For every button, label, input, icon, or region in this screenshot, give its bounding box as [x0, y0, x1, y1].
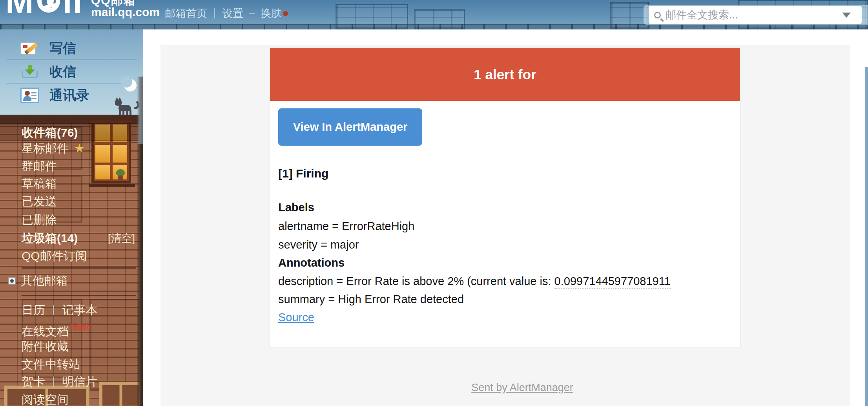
penguin-logo-icon [37, 0, 60, 13]
qqmail-logo[interactable]: M il [5, 0, 83, 18]
search-box[interactable] [648, 5, 862, 24]
reading-space-label: 阅读空间 [22, 393, 69, 406]
labels-heading: Labels [278, 199, 314, 216]
mail-content-pane: Sent by AlertManager 1 alert for View In… [143, 29, 868, 406]
sidebar-item-inbox-check[interactable]: 收信 [20, 63, 76, 80]
firing-heading: [1] Firing [278, 165, 328, 182]
sidebar-sky-background: 写信 收信 通讯录 [0, 29, 143, 115]
receive-label: 收信 [49, 63, 76, 81]
right-edge-skin-strip [865, 67, 868, 406]
sidebar-item-attachment-favorites[interactable]: 附件收藏 [22, 338, 69, 354]
empty-trash-button[interactable]: [清空] [108, 230, 135, 246]
divider [22, 295, 136, 296]
sidebar-brick-background: 收件箱(76) 星标邮件★ 群邮件 草稿箱 已发送 已删除 垃圾箱(14) [清… [0, 115, 143, 406]
annotations-heading: Annotations [278, 254, 345, 271]
sidebar-item-notebook[interactable]: 记事本 [62, 304, 97, 316]
search-input[interactable] [665, 9, 862, 22]
other-mailboxes-label: 其他邮箱 [21, 273, 68, 289]
topbar-bottom-band [0, 24, 868, 29]
nav-change-skin[interactable]: 换肤 [261, 6, 282, 20]
divider [53, 305, 54, 315]
nav-mail-home[interactable]: 邮箱首页 [165, 6, 207, 20]
trash-label: 垃圾箱(14) [22, 232, 78, 245]
sidebar-row-calendar-notes: 日历记事本 [22, 302, 97, 318]
logo-text-right: il [63, 0, 83, 18]
starred-label: 星标邮件 [22, 142, 69, 155]
top-nav: 邮箱首页 设置 换肤 [165, 6, 288, 20]
group-mail-label: 群邮件 [22, 159, 57, 172]
alert-email-card: 1 alert for View In AlertManager [1] Fir… [270, 48, 740, 348]
sidebar-item-file-transfer[interactable]: 文件中转站 [22, 357, 80, 372]
contacts-label: 通讯录 [49, 86, 89, 104]
alert-banner: 1 alert for [270, 48, 740, 101]
plus-box-icon[interactable] [8, 277, 16, 285]
sidebar-item-reading-space[interactable]: 阅读空间 [22, 392, 69, 406]
sidebar-item-deleted[interactable]: 已删除 [0, 212, 143, 228]
sidebar-item-greeting-card[interactable]: 贺卡 [22, 375, 45, 388]
nav-dash-divider [249, 13, 255, 14]
description-value: 0.09971445977081911 [554, 275, 671, 289]
sidebar-item-calendar[interactable]: 日历 [22, 304, 45, 316]
annotation-description: description = Error Rate is above 2% (cu… [278, 272, 671, 290]
logo-text-left: M [5, 0, 35, 18]
sidebar-item-compose[interactable]: 写信 [20, 40, 76, 57]
compose-label: 写信 [49, 39, 76, 57]
search-icon [654, 12, 661, 18]
wall-panel [90, 299, 139, 390]
penguin-silhouette [47, 0, 54, 5]
search-dropdown-arrow-icon[interactable] [842, 13, 851, 18]
divider [6, 59, 137, 60]
email-footer: Sent by AlertManager [287, 382, 758, 394]
bottom-window-illustration [99, 382, 143, 406]
online-docs-label: 在线文档 [22, 325, 69, 338]
notification-dot [283, 11, 288, 16]
file-transfer-label: 文件中转站 [22, 358, 80, 371]
sidebar-item-inbox[interactable]: 收件箱(76) [0, 123, 143, 141]
annotation-summary: summary = High Error Rate detected [278, 291, 464, 308]
sidebar-item-postcard[interactable]: 明信片 [62, 375, 97, 388]
sent-by-alertmanager-link[interactable]: Sent by AlertManager [471, 382, 573, 393]
divider [53, 377, 54, 387]
top-bar: M il QQ邮箱 mail.qq.com 邮箱首页 设置 换肤 [0, 0, 868, 29]
sidebar-item-subscriptions[interactable]: QQ邮件订阅 [0, 248, 143, 264]
subscriptions-label: QQ邮件订阅 [22, 249, 87, 262]
nav-divider [214, 8, 215, 18]
attachment-favorites-label: 附件收藏 [22, 340, 69, 353]
inbox-label: 收件箱(76) [22, 126, 78, 139]
nav-settings[interactable]: 设置 [222, 6, 243, 20]
receive-icon [20, 64, 39, 80]
source-link[interactable]: Source [278, 311, 314, 324]
cat-illustration [115, 98, 140, 115]
new-badge: NEW [71, 322, 91, 332]
divider [6, 83, 137, 84]
drafts-label: 草稿箱 [22, 177, 57, 190]
divider [22, 267, 136, 269]
logo-subtext: QQ邮箱 mail.qq.com [91, 0, 160, 18]
sidebar-item-group-mail[interactable]: 群邮件 [0, 158, 143, 174]
moon-illustration [124, 79, 137, 91]
deleted-label: 已删除 [22, 213, 57, 226]
description-text: description = Error Rate is above 2% (cu… [278, 275, 554, 287]
source-line: Source [278, 309, 314, 326]
label-severity: severity = major [278, 236, 359, 253]
sidebar-item-contacts[interactable]: 通讯录 [20, 87, 89, 104]
sidebar-item-drafts[interactable]: 草稿箱 [0, 176, 143, 192]
sidebar-item-other-mailboxes[interactable]: 其他邮箱 [8, 273, 68, 289]
compose-icon [20, 40, 39, 56]
logo-domain-label: mail.qq.com [91, 6, 160, 18]
sidebar-item-sent[interactable]: 已发送 [0, 194, 143, 209]
sent-label: 已发送 [22, 195, 57, 208]
sidebar: 写信 收信 通讯录 [0, 29, 143, 406]
building-corner-pipe [137, 77, 143, 144]
sidebar-item-online-docs[interactable]: 在线文档NEW [22, 319, 91, 335]
sidebar-item-starred[interactable]: 星标邮件★ [0, 141, 143, 156]
sidebar-row-card-postcard: 贺卡明信片 [22, 374, 97, 390]
view-in-alertmanager-button[interactable]: View In AlertManager [278, 108, 422, 146]
contacts-icon [20, 88, 39, 103]
star-icon: ★ [74, 142, 85, 155]
building-corner-shadow [137, 144, 143, 406]
label-alertname: alertname = ErrorRateHigh [278, 218, 414, 235]
